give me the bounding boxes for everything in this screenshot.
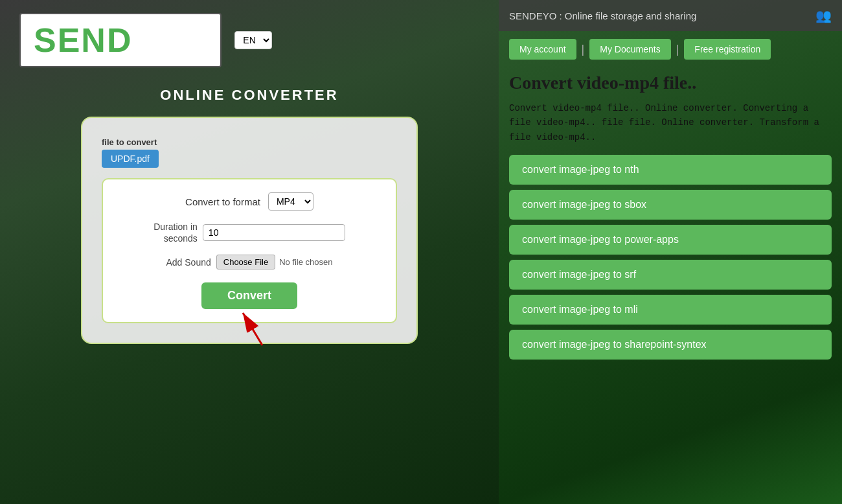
converter-card: file to convert UPDF.pdf Convert to form… <box>81 117 418 344</box>
logo-send: SEND <box>34 21 132 59</box>
file-label: file to convert <box>102 137 397 147</box>
right-top-bar-title: SENDEYO : Online file storage and sharin… <box>509 10 696 21</box>
link-btn-3[interactable]: convert image-jpeg to srf <box>509 260 832 290</box>
file-input-container: Choose File No file chosen <box>216 255 333 269</box>
right-content: SENDEYO : Online file storage and sharin… <box>499 0 842 504</box>
user-icon: 👥 <box>815 8 832 23</box>
convert-button-wrapper: Convert <box>201 282 297 309</box>
arrow-indicator <box>223 300 275 354</box>
link-btn-0[interactable]: convert image-jpeg to nth <box>509 155 832 185</box>
nav-buttons: My account | My Documents | Free registr… <box>499 31 842 67</box>
no-file-text: No file chosen <box>279 257 332 267</box>
right-panel: SENDEYO : Online file storage and sharin… <box>499 0 842 504</box>
format-label: Convert to format <box>185 196 260 207</box>
my-documents-button[interactable]: My Documents <box>589 39 670 60</box>
duration-label: Duration inseconds <box>154 221 198 244</box>
sound-label: Add Sound <box>166 257 210 268</box>
format-row: Convert to format MP4 AVI MOV MKV GIF <box>122 192 376 211</box>
left-panel: SENDEYO EN FR ONLINE CONVERTER file to c… <box>0 0 499 504</box>
link-btn-4[interactable]: convert image-jpeg to mli <box>509 295 832 325</box>
my-account-button[interactable]: My account <box>509 39 576 60</box>
language-select[interactable]: EN FR <box>234 31 272 49</box>
right-top-bar: SENDEYO : Online file storage and sharin… <box>499 0 842 31</box>
format-select[interactable]: MP4 AVI MOV MKV GIF <box>268 192 313 211</box>
link-btn-2[interactable]: convert image-jpeg to power-apps <box>509 225 832 255</box>
page-description: Convert video-mp4 file.. Online converte… <box>499 96 842 150</box>
logo-box: SENDEYO <box>19 13 222 67</box>
nav-separator-1: | <box>582 39 585 60</box>
duration-row: Duration inseconds <box>122 221 376 244</box>
link-buttons-list: convert image-jpeg to nth convert image-… <box>499 150 842 365</box>
page-title-section: Convert video-mp4 file.. <box>499 67 842 96</box>
duration-input[interactable] <box>203 224 345 241</box>
choose-file-button[interactable]: Choose File <box>216 255 275 269</box>
sound-row: Add Sound Choose File No file chosen <box>122 255 376 269</box>
left-header: SENDEYO EN FR <box>0 0 499 80</box>
svg-line-1 <box>243 313 262 345</box>
logo-eyo: EYO <box>132 21 207 59</box>
nav-separator-2: | <box>676 39 679 60</box>
link-btn-1[interactable]: convert image-jpeg to sbox <box>509 190 832 220</box>
format-card: Convert to format MP4 AVI MOV MKV GIF Du… <box>102 178 397 323</box>
file-badge[interactable]: UPDF.pdf <box>102 150 159 168</box>
link-btn-5[interactable]: convert image-jpeg to sharepoint-syntex <box>509 330 832 360</box>
online-converter-label: ONLINE CONVERTER <box>160 87 338 104</box>
free-registration-button[interactable]: Free registration <box>684 39 771 60</box>
page-main-title: Convert video-mp4 file.. <box>509 73 832 93</box>
